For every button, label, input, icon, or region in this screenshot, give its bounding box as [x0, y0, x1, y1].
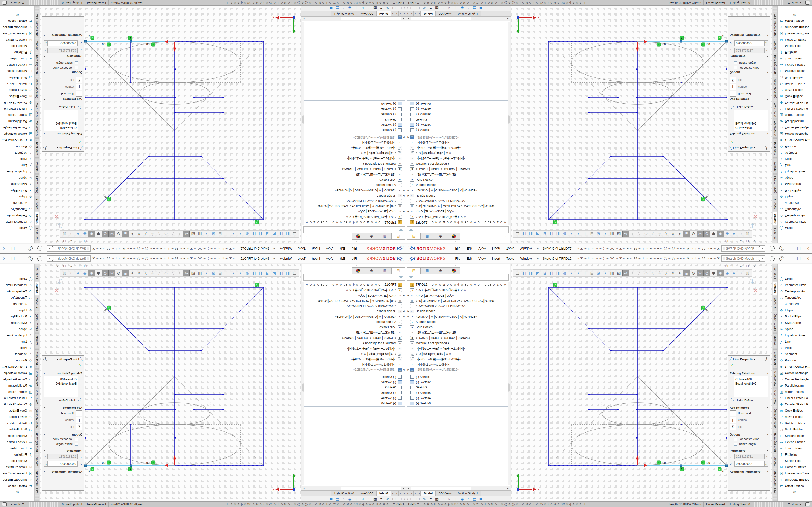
tree-item[interactable]: ★ ○25ЗЕ╬◦⊙ѼАΦ○◦○ΦАѼ⊙◦╬ЗЕ25○ — [407, 214, 508, 220]
tree-item[interactable]: ▶ ▰ ○25ЗЕИNАU+○◦○+UАИNЗЕ25○ — [407, 367, 508, 372]
panel-resize-handle[interactable] — [455, 265, 456, 266]
sketch-tool-item[interactable]: ◌ Perimeter Circle — [778, 219, 812, 225]
parameter-input[interactable]: 0.00000000° — [734, 461, 765, 467]
tree-root-row[interactable]: ◈ TЯPDL2. ⊙ Ж ⊙ Ш ⊙ ⊙ ⊙ ╬ ⊙ ЭС ⊙ Ж ⊙ + ⊙… — [407, 282, 508, 287]
sketch-tool-item[interactable]: ▭ Corner Rectangle — [0, 376, 34, 382]
bottom-toolbar-icon[interactable]: ✎ — [421, 6, 427, 10]
status-units[interactable]: Custom▴ — [8, 0, 27, 5]
command-tab[interactable]: Features — [773, 226, 777, 241]
toolbar-icon[interactable]: ◍ — [244, 231, 251, 237]
tree-item[interactable]: ▱ ○·⊙╬○❋◉[○◦○]◉❋○╬⊙·○ — [304, 351, 405, 356]
bottom-toolbar-icon[interactable]: ▤ — [471, 6, 478, 10]
command-tab[interactable]: Evaluate — [773, 333, 777, 349]
sketch-tool-item[interactable]: ⊢ Stretch Entities — [778, 433, 812, 439]
toolbar-icon[interactable]: ⌖ — [676, 231, 683, 237]
toolbar-icon[interactable]: ✺ — [88, 270, 95, 276]
command-tab[interactable]: Data Migration — [35, 431, 40, 454]
toolbar-icon[interactable]: ▥ — [609, 270, 615, 276]
document-tab[interactable]: Motion Study 1 — [455, 491, 481, 496]
panel-help-icon[interactable]: ? — [44, 146, 47, 150]
toolbar-icon[interactable]: ⊚ — [115, 270, 122, 276]
sketch-tool-item[interactable]: ↗ Move Entities — [0, 87, 34, 93]
feature-manager-tab[interactable] — [352, 267, 365, 274]
search-icon[interactable] — [756, 247, 759, 250]
toolbar-icon[interactable]: A — [149, 270, 156, 276]
menu-item[interactable]: Tools — [503, 247, 517, 250]
tree-item[interactable]: ▥ ○25╬ЗЕ25○ИN⊙◦╬ ЭСЗЕUЗЕ25○◦○25ЗЕUЗЕЭС╬◦… — [407, 298, 508, 303]
toolbar-icon[interactable]: ● — [730, 231, 737, 237]
command-tab[interactable]: Weldments — [35, 119, 40, 137]
sketch-tool-item[interactable]: ▪ Point — [0, 156, 34, 162]
toolbar-icon[interactable]: ╱ — [169, 231, 176, 237]
sketch-list-item[interactable]: (-) Sketch6 — [407, 101, 509, 106]
feature-manager-tab[interactable] — [447, 233, 460, 240]
sketch-list-item[interactable]: (-) Sketch2 — [303, 380, 405, 385]
sketch-tool-item[interactable]: ╱ Line — [778, 162, 812, 169]
tree-item[interactable]: ▶ A ○25ИN⊙◦╬А╬⊙ИNА○◦○АИN⊙╬А╬◦⊙ИN25○ — [304, 314, 405, 319]
bottom-toolbar-icon[interactable]: ⊾ — [446, 497, 453, 501]
sketch-tool-item[interactable]: ∴ Segment — [0, 150, 34, 156]
toolbar-icon[interactable]: ✂ — [108, 270, 115, 276]
bottom-toolbar-icon[interactable]: ↕ — [366, 6, 372, 10]
sketch-tool-item[interactable]: ↦ Extend Entities — [778, 62, 812, 68]
tree-split-bar[interactable] — [406, 373, 509, 374]
ok-check-icon[interactable]: ✓ — [42, 138, 84, 144]
close-button[interactable]: ✕ — [3, 246, 6, 251]
relation-button-icon[interactable]: — — [76, 91, 83, 97]
bottom-toolbar-icon[interactable]: ◔ — [341, 6, 347, 10]
more-tools-icon[interactable]: ≫ — [778, 13, 812, 17]
sketch-tool-item[interactable]: ✂ Trim Entities — [778, 445, 812, 451]
command-tab[interactable]: Features — [35, 266, 40, 281]
toolbar-icon[interactable]: ◖ — [568, 270, 575, 276]
sketch-list-item[interactable]: (-) Sketch5 — [303, 390, 405, 395]
command-tab[interactable]: Surfaces — [35, 296, 40, 311]
tree-item[interactable]: ▶ ◷ ○人⊙╬25◦Ж○◦○Ж◦25╬⊙人○ — [407, 209, 508, 214]
close-button[interactable]: ✕ — [806, 257, 809, 261]
toolbar-icon[interactable]: ◠ — [163, 231, 169, 237]
document-tab[interactable]: 3D Views — [357, 11, 376, 16]
option-checkbox-row[interactable]: Infinite length — [728, 61, 770, 65]
expand-arrow-icon[interactable]: ▶ — [402, 369, 405, 371]
sketch-tool-item[interactable]: ▭ Corner Rectangle — [778, 376, 812, 382]
user-account-icon[interactable]: ◦ — [38, 256, 42, 261]
bottom-toolbar-icon[interactable]: ↕ — [440, 6, 446, 10]
toolbar-icon[interactable]: ↩ — [622, 270, 629, 276]
sketch-tool-item[interactable]: ╱ Line — [0, 338, 34, 345]
checkbox[interactable] — [734, 438, 737, 441]
tree-scrollbar-thumb[interactable] — [302, 383, 304, 392]
toolbar-icon[interactable]: ◗ — [230, 231, 237, 237]
feature-manager-tab[interactable] — [447, 267, 460, 274]
toolbar-icon[interactable]: ◧ — [548, 231, 555, 237]
toolbar-icon[interactable]: ◪ — [541, 270, 548, 276]
relation-entry[interactable]: Equal length109 — [45, 121, 77, 125]
toolbar-icon[interactable]: ▧ — [190, 231, 197, 237]
collapse-icon[interactable]: ∧ — [766, 132, 768, 135]
toolbar-icon[interactable]: ✎ — [670, 231, 676, 237]
command-tab[interactable]: ⁞ — [35, 6, 39, 8]
scroll-right-icon[interactable]: ▸ — [506, 487, 510, 490]
status-units[interactable]: Custom▴ — [785, 0, 804, 5]
sketch-list-item[interactable]: Sketch3 — [303, 117, 405, 122]
bottom-toolbar-icon[interactable]: ≡ — [427, 6, 434, 10]
sketch-tool-item[interactable]: ⋈ Intersection Curve — [778, 31, 812, 37]
command-tab[interactable]: Sketch — [773, 282, 777, 295]
search-icon[interactable] — [756, 257, 759, 260]
sketch-tool-item[interactable]: ◈ 3 Point Center Recta... — [778, 363, 812, 370]
toolbar-icon[interactable]: ↩ — [622, 231, 629, 237]
toolbar-icon[interactable]: ◌ — [68, 231, 75, 237]
tree-item[interactable]: ◙ Solid Bodies — [407, 177, 508, 182]
sketch-tool-item[interactable]: ◐ Silhouette Entities — [778, 24, 812, 31]
sketch-tool-item[interactable]: ⊞ Copy Entities — [0, 407, 34, 414]
tree-scrollbar-thumb[interactable] — [508, 115, 510, 124]
tree-item[interactable]: ▶ ◷ ○人⊙╬25◦Ж○◦○Ж◦25╬⊙人○ — [304, 209, 405, 214]
minimize-button[interactable]: – — [790, 257, 792, 261]
collapse-icon[interactable]: ∧ — [44, 132, 46, 135]
scroll-right-icon[interactable]: ▸ — [506, 18, 510, 20]
toolbar-icon[interactable]: ◍ — [61, 270, 68, 276]
expand-arrow-icon[interactable]: ▶ — [407, 310, 410, 313]
bottom-toolbar-icon[interactable]: ↕ — [366, 497, 372, 501]
tree-horizontal-scrollbar[interactable]: ◂ ▸ — [302, 486, 406, 490]
tree-item[interactable]: ★ ○25ЗЕ╬◦⊙ѼАΦ○◦○ΦАѼ⊙◦╬ЗЕ25○ — [304, 214, 405, 220]
expand-arrow-icon[interactable]: ▶ — [407, 294, 410, 296]
add-relation-button[interactable]: ⊼ Fix — [42, 424, 84, 430]
